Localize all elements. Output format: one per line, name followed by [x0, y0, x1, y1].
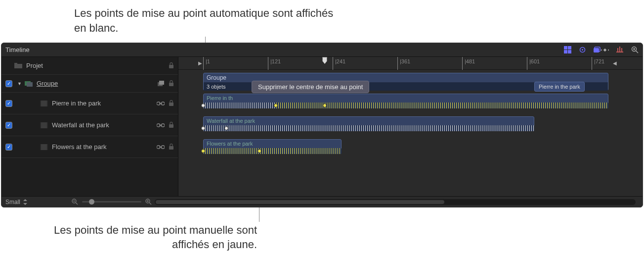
visibility-checkbox[interactable]: ✓	[5, 144, 12, 151]
group-row[interactable]: ✓ ▼ Groupe	[1, 75, 178, 93]
svg-rect-33	[40, 122, 41, 128]
timeline-footer: Small	[1, 196, 643, 207]
timeline-header: Timeline	[1, 43, 643, 57]
svg-rect-2	[564, 50, 567, 53]
time-ruler[interactable]: ▶ |1 |121 |241 |361 |481 |601 |721 ◀	[178, 57, 643, 70]
focus-points-track[interactable]	[203, 148, 342, 154]
auto-focus-keyframe[interactable]	[201, 126, 205, 130]
svg-rect-32	[40, 122, 48, 128]
keyframe-nav-icon[interactable]	[601, 46, 609, 54]
scrollbar-thumb[interactable]	[156, 200, 444, 204]
clip-icon	[40, 122, 48, 128]
gear-icon[interactable]	[578, 46, 586, 54]
svg-rect-10	[619, 47, 620, 52]
header-right-icons	[601, 46, 639, 54]
chevron-updown-icon[interactable]	[23, 199, 27, 205]
zoom-out-icon[interactable]	[72, 199, 78, 205]
annotation-top: Les points de mise au point automatique …	[74, 6, 341, 35]
ruler-end-marker[interactable]: ◀	[613, 60, 617, 66]
svg-line-14	[636, 51, 638, 53]
svg-rect-45	[169, 146, 173, 150]
clip-label: Waterfall at the park	[204, 117, 534, 125]
clip-label: Flowers at the park	[204, 140, 341, 148]
manual-focus-keyframe[interactable]	[201, 149, 205, 153]
auto-focus-keyframe[interactable]	[224, 126, 228, 130]
ruler-tick: |481	[462, 57, 475, 70]
lock-icon[interactable]	[169, 80, 174, 87]
project-row[interactable]: Projet	[1, 57, 178, 75]
zoom-in-icon[interactable]	[145, 199, 152, 205]
filters-icon[interactable]	[563, 46, 571, 54]
svg-rect-23	[159, 81, 164, 85]
disclosure-triangle[interactable]: ▼	[17, 81, 22, 86]
manual-focus-keyframe[interactable]	[323, 103, 327, 107]
lock-icon[interactable]	[169, 122, 174, 128]
svg-rect-1	[568, 46, 571, 50]
svg-rect-17	[14, 64, 22, 68]
svg-rect-21	[27, 82, 33, 87]
size-select[interactable]: Small	[5, 199, 20, 206]
clip-pill[interactable]: Pierre in the park	[534, 82, 585, 92]
svg-rect-12	[621, 48, 622, 52]
layer-label: Flowers at the park	[52, 143, 157, 151]
layer-label: Pierre in the park	[52, 100, 157, 107]
zoom-thumb[interactable]	[89, 199, 94, 205]
horizontal-scrollbar[interactable]	[155, 199, 636, 205]
svg-rect-19	[169, 65, 173, 68]
playhead[interactable]	[322, 57, 327, 64]
visibility-checkbox[interactable]: ✓	[5, 122, 12, 129]
group-label: Groupe	[37, 80, 158, 87]
ruler-tick: |601	[527, 57, 540, 70]
annotation-bottom: Les points de mise au point manuelle son…	[30, 223, 257, 252]
svg-rect-7	[594, 48, 599, 52]
layer-label: Waterfall at the park	[52, 121, 157, 129]
ruler-tick: |1	[203, 57, 210, 70]
zoom-icon[interactable]	[631, 46, 639, 54]
svg-rect-3	[568, 50, 571, 53]
svg-rect-18	[14, 63, 17, 64]
project-label: Projet	[26, 62, 169, 69]
project-icon	[14, 63, 22, 69]
svg-rect-34	[47, 122, 48, 128]
manual-focus-keyframe[interactable]	[258, 149, 261, 153]
svg-rect-11	[617, 48, 618, 52]
svg-rect-25	[40, 101, 48, 106]
clip-label: Pierre in th	[204, 94, 608, 102]
svg-line-50	[149, 203, 151, 205]
svg-rect-31	[169, 103, 173, 106]
stack-icon[interactable]	[158, 81, 165, 87]
layer-row[interactable]: ✓ Pierre in the park	[1, 93, 178, 114]
link-icon[interactable]	[157, 145, 165, 149]
svg-rect-26	[40, 101, 41, 106]
clip-icon	[40, 101, 48, 106]
svg-rect-8	[603, 48, 606, 51]
zoom-slider[interactable]	[82, 201, 141, 203]
group-icon	[25, 81, 33, 87]
ruler-tick: |361	[397, 57, 410, 70]
focus-points-track[interactable]	[203, 103, 608, 108]
visibility-checkbox[interactable]: ✓	[5, 100, 12, 107]
context-tooltip[interactable]: Supprimer le centre de mise au point	[252, 81, 369, 93]
auto-focus-keyframe[interactable]	[201, 103, 205, 107]
panel-title: Timeline	[5, 46, 563, 53]
layer-row[interactable]: ✓ Flowers at the park	[1, 136, 178, 158]
timeline-area[interactable]: ▶ |1 |121 |241 |361 |481 |601 |721 ◀ Gro…	[178, 57, 643, 196]
ruler-tick: |241	[333, 57, 345, 70]
tracks-container: Groupe 3 objets Pierre in the park Pierr…	[178, 70, 643, 72]
ruler-start-marker[interactable]: ▶	[198, 60, 202, 66]
visibility-checkbox[interactable]: ✓	[5, 80, 12, 87]
lock-icon[interactable]	[169, 100, 174, 106]
manual-focus-keyframe[interactable]	[274, 103, 278, 107]
timeline-window: Timeline	[1, 43, 643, 207]
svg-point-5	[582, 49, 583, 51]
link-icon[interactable]	[157, 102, 165, 105]
focus-points-track[interactable]	[203, 125, 534, 131]
mask-icon[interactable]	[593, 46, 601, 54]
snap-icon[interactable]	[616, 46, 624, 54]
clip-icon	[40, 144, 48, 150]
svg-rect-41	[47, 144, 48, 150]
lock-icon[interactable]	[169, 62, 174, 69]
layer-row[interactable]: ✓ Waterfall at the park	[1, 114, 178, 136]
lock-icon[interactable]	[169, 144, 174, 150]
link-icon[interactable]	[157, 123, 165, 127]
